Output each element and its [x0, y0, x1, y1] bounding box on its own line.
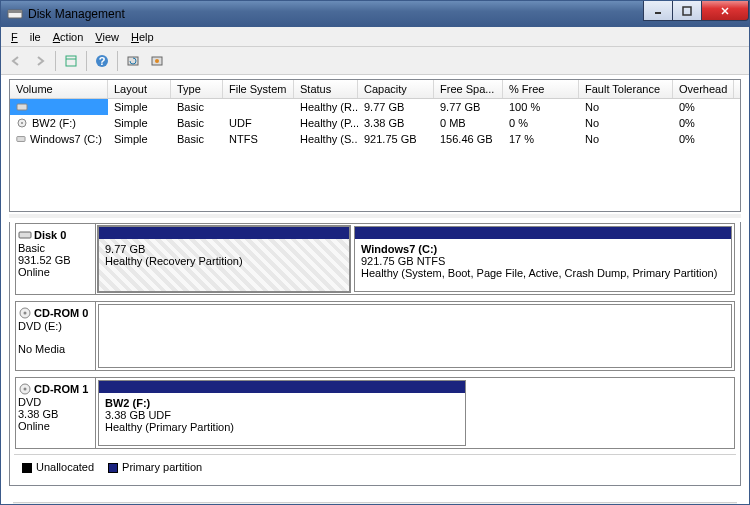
help-button[interactable]: ? — [91, 50, 113, 72]
partition-header — [99, 227, 349, 239]
legend-primary: Primary partition — [108, 461, 202, 473]
disk-size: 3.38 GB — [18, 408, 93, 420]
col-type[interactable]: Type — [171, 80, 223, 98]
volume-pct: 17 % — [503, 131, 579, 147]
splitter[interactable] — [9, 214, 741, 218]
col-volume[interactable]: Volume — [10, 80, 108, 98]
disk-title: Disk 0 — [34, 229, 66, 241]
forward-button[interactable] — [29, 50, 51, 72]
volume-type: Basic — [171, 99, 223, 115]
partition-recovery[interactable]: 9.77 GB Healthy (Recovery Partition) — [97, 225, 351, 293]
volume-overhead: 0% — [673, 99, 734, 115]
volume-fs: NTFS — [223, 131, 294, 147]
app-icon — [7, 6, 23, 22]
partition-name: BW2 (F:) — [105, 397, 459, 409]
volume-fault: No — [579, 131, 673, 147]
titlebar: Disk Management — [1, 1, 749, 27]
menu-action[interactable]: Action — [47, 29, 90, 45]
volume-type: Basic — [171, 115, 223, 131]
col-pctfree[interactable]: % Free — [503, 80, 579, 98]
disk-graphical-view: Disk 0 Basic 931.52 GB Online 9.77 GB He… — [9, 222, 741, 486]
partition-header — [355, 227, 731, 239]
menu-file[interactable]: File — [5, 29, 47, 45]
disk-info: Disk 0 Basic 931.52 GB Online — [15, 223, 95, 295]
menu-help[interactable]: Help — [125, 29, 160, 45]
col-freespace[interactable]: Free Spa... — [434, 80, 503, 98]
svg-point-15 — [21, 122, 23, 124]
partition-status: Healthy (System, Boot, Page File, Active… — [361, 267, 725, 279]
svg-rect-6 — [66, 56, 76, 66]
volume-free: 0 MB — [434, 115, 503, 131]
window-title: Disk Management — [28, 7, 125, 21]
partition-size: 921.75 GB NTFS — [361, 255, 725, 267]
partition-name: Windows7 (C:) — [361, 243, 725, 255]
svg-rect-17 — [19, 232, 31, 238]
menu-view[interactable]: View — [89, 29, 125, 45]
legend-unallocated: Unallocated — [22, 461, 94, 473]
maximize-button[interactable] — [672, 1, 702, 21]
volume-name: Windows7 (C:) — [10, 131, 108, 147]
disk-state: Online — [18, 420, 93, 432]
volume-row[interactable]: SimpleBasicHealthy (R...9.77 GB9.77 GB10… — [10, 99, 740, 115]
volume-overhead: 0% — [673, 131, 734, 147]
partition-windows7[interactable]: Windows7 (C:) 921.75 GB NTFS Healthy (Sy… — [354, 226, 732, 292]
svg-rect-1 — [8, 10, 22, 13]
partition-bw2[interactable]: BW2 (F:) 3.38 GB UDF Healthy (Primary Pa… — [98, 380, 466, 446]
col-overhead[interactable]: Overhead — [673, 80, 734, 98]
partition-status: Healthy (Recovery Partition) — [105, 255, 343, 267]
volume-layout: Simple — [108, 115, 171, 131]
svg-rect-3 — [683, 7, 691, 15]
menubar: File Action View Help — [1, 27, 749, 47]
back-button[interactable] — [5, 50, 27, 72]
svg-point-12 — [155, 59, 159, 63]
disk-info: CD-ROM 0 DVD (E:) No Media — [15, 301, 95, 371]
refresh-button[interactable] — [122, 50, 144, 72]
cdrom-icon — [18, 306, 32, 320]
disk-title: CD-ROM 0 — [34, 307, 88, 319]
col-capacity[interactable]: Capacity — [358, 80, 434, 98]
volume-layout: Simple — [108, 131, 171, 147]
volume-fs: UDF — [223, 115, 294, 131]
volume-free: 156.46 GB — [434, 131, 503, 147]
volume-capacity: 3.38 GB — [358, 115, 434, 131]
disk-title: CD-ROM 1 — [34, 383, 88, 395]
volume-status: Healthy (R... — [294, 99, 358, 115]
minimize-button[interactable] — [643, 1, 673, 21]
partition-size: 3.38 GB UDF — [105, 409, 459, 421]
cdrom-icon — [18, 382, 32, 396]
volume-name — [10, 99, 108, 115]
volume-capacity: 9.77 GB — [358, 99, 434, 115]
volume-row[interactable]: BW2 (F:)SimpleBasicUDFHealthy (P...3.38 … — [10, 115, 740, 131]
col-layout[interactable]: Layout — [108, 80, 171, 98]
volume-type: Basic — [171, 131, 223, 147]
col-fault[interactable]: Fault Tolerance — [579, 80, 673, 98]
partition-size: 9.77 GB — [105, 243, 343, 255]
col-status[interactable]: Status — [294, 80, 358, 98]
volume-pct: 100 % — [503, 99, 579, 115]
svg-rect-16 — [17, 137, 25, 142]
volume-row[interactable]: Windows7 (C:)SimpleBasicNTFSHealthy (S..… — [10, 131, 740, 147]
disk-type: DVD (E:) — [18, 320, 93, 332]
volume-free: 9.77 GB — [434, 99, 503, 115]
volume-list[interactable]: Volume Layout Type File System Status Ca… — [9, 79, 741, 212]
volume-fault: No — [579, 99, 673, 115]
partition-header — [99, 381, 465, 393]
no-media-area — [98, 304, 732, 368]
disk-state: Online — [18, 266, 93, 278]
close-button[interactable] — [701, 1, 749, 21]
properties-button[interactable] — [60, 50, 82, 72]
volume-status: Healthy (S... — [294, 131, 358, 147]
disk-state: No Media — [18, 343, 93, 355]
disk-row[interactable]: Disk 0 Basic 931.52 GB Online 9.77 GB He… — [14, 222, 736, 296]
disk-row[interactable]: CD-ROM 0 DVD (E:) No Media — [14, 300, 736, 372]
volume-status: Healthy (P... — [294, 115, 358, 131]
disk-row[interactable]: CD-ROM 1 DVD 3.38 GB Online BW2 (F:) 3.3… — [14, 376, 736, 450]
toolbar: ? — [1, 47, 749, 75]
legend: Unallocated Primary partition — [14, 454, 736, 479]
rescan-button[interactable] — [146, 50, 168, 72]
disk-info: CD-ROM 1 DVD 3.38 GB Online — [15, 377, 95, 449]
disk-icon — [18, 228, 32, 242]
volume-capacity: 921.75 GB — [358, 131, 434, 147]
disk-type: DVD — [18, 396, 93, 408]
col-filesystem[interactable]: File System — [223, 80, 294, 98]
